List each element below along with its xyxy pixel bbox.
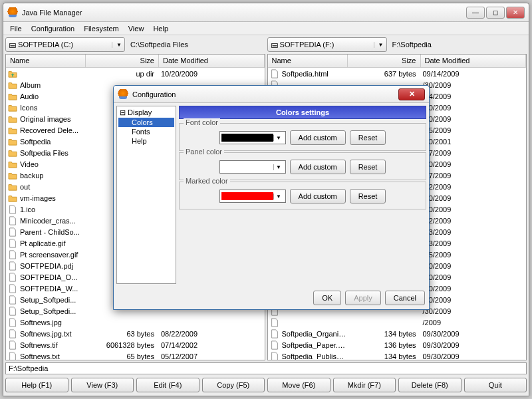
dialog-titlebar[interactable]: Configuration ✕: [114, 86, 429, 103]
ok-button[interactable]: OK: [313, 291, 341, 305]
left-columns[interactable]: Name Size Date Modified: [6, 55, 265, 68]
cell-name: Softpedia.html: [282, 70, 347, 78]
cell-name: 1.ico: [20, 205, 85, 213]
cell-name: Setup_Softpedi...: [20, 296, 85, 304]
tree-node-display[interactable]: ⊟ Display: [118, 108, 174, 118]
cell-date: /17/2009: [420, 149, 525, 157]
chevron-down-icon: ▼: [112, 42, 122, 48]
minimize-button[interactable]: —: [466, 7, 485, 19]
close-button[interactable]: ✕: [506, 7, 525, 19]
add-custom-button[interactable]: Add custom: [290, 160, 346, 174]
menu-help[interactable]: Help: [149, 23, 172, 34]
cell-name: SOFTPEDIA_W...: [20, 285, 85, 293]
cancel-button[interactable]: Cancel: [385, 291, 425, 305]
view-button[interactable]: View (F3): [71, 378, 134, 392]
folder-icon: [7, 160, 18, 169]
tree-node-colors[interactable]: Colors: [118, 118, 174, 127]
group-legend: Marked color: [184, 177, 230, 185]
titlebar[interactable]: Java File Manager — ◻ ✕: [3, 3, 529, 22]
app-icon: [118, 89, 128, 100]
add-custom-button[interactable]: Add custom: [290, 130, 346, 145]
tree-node-fonts[interactable]: Fonts: [118, 127, 174, 136]
left-drive-dropdown[interactable]: 🖴 SOFTPEDIA (C:) ▼: [5, 37, 125, 52]
file-icon: [269, 329, 280, 338]
move-button[interactable]: Move (F6): [267, 378, 331, 392]
cell-name: Minicoder_cras...: [20, 217, 85, 225]
dialog-title: Configuration: [132, 90, 398, 98]
folder-icon: [7, 194, 18, 203]
cell-name: Audio: [20, 92, 85, 100]
cell-name: Softnews.jpg: [20, 319, 85, 327]
right-drive-dropdown[interactable]: 🖴 SOFTPEDIA (F:) ▼: [267, 37, 387, 52]
hdd-icon: 🖴: [9, 41, 16, 49]
menu-configuration[interactable]: Configuration: [27, 23, 78, 34]
menu-file[interactable]: File: [6, 23, 26, 34]
menu-view[interactable]: View: [124, 23, 148, 34]
tree-node-help[interactable]: Help: [118, 136, 174, 146]
cell-name: SOFTPEDIA.pdj: [20, 262, 85, 270]
cell-size: 136 bytes: [347, 341, 420, 349]
cell-name: vm-images: [20, 194, 85, 202]
file-icon: [269, 340, 280, 350]
add-custom-button[interactable]: Add custom: [290, 189, 346, 203]
file-icon: [7, 273, 18, 282]
cell-size: 63 bytes: [85, 330, 158, 338]
col-date[interactable]: Date Modified: [421, 55, 527, 67]
col-name[interactable]: Name: [6, 55, 86, 67]
file-icon: [7, 261, 18, 271]
menu-filesystem[interactable]: Filesystem: [80, 23, 123, 34]
chevron-down-icon: ▼: [374, 42, 384, 48]
settings-tree[interactable]: ⊟ Display Colors Fonts Help: [116, 106, 176, 284]
table-row[interactable]: up dir10/20/2009: [6, 68, 265, 79]
file-icon: [7, 318, 18, 327]
file-icon: [7, 340, 18, 350]
cell-name: Video: [20, 160, 85, 168]
edit-button[interactable]: Edit (F4): [136, 378, 200, 392]
reset-button[interactable]: Reset: [350, 130, 386, 145]
table-row[interactable]: Softpedia_Publisher.x...134 bytes09/30/2…: [268, 350, 527, 360]
table-row[interactable]: Softpedia_Organizati...134 bytes09/30/20…: [268, 328, 527, 339]
color-dropdown[interactable]: ▼: [219, 160, 286, 174]
dialog-close-button[interactable]: ✕: [398, 88, 425, 100]
cell-name: out: [20, 183, 85, 191]
color-swatch: [221, 134, 273, 142]
right-path-label: F:\Softpedia: [391, 41, 432, 49]
cell-date: 09/14/2009: [420, 70, 525, 78]
table-row[interactable]: Softnews.jpg.txt63 bytes08/22/2009: [6, 328, 265, 339]
group-legend: Panel color: [184, 148, 224, 156]
color-dropdown[interactable]: ▼: [219, 131, 286, 144]
cell-name: Icons: [20, 104, 85, 112]
delete-button[interactable]: Delete (F8): [398, 378, 462, 392]
reset-button[interactable]: Reset: [350, 189, 386, 203]
color-dropdown[interactable]: ▼: [219, 190, 286, 203]
mkdir-button[interactable]: Mkdir (F7): [333, 378, 396, 392]
reset-button[interactable]: Reset: [350, 160, 386, 174]
col-name[interactable]: Name: [268, 55, 348, 67]
color-group: Font color▼Add customReset: [179, 123, 426, 151]
col-size[interactable]: Size: [86, 55, 159, 67]
right-columns[interactable]: Name Size Date Modified: [268, 55, 527, 68]
cell-name: Setup_Softpedi...: [20, 307, 85, 315]
cell-date: /30/2009: [420, 307, 525, 315]
col-size[interactable]: Size: [348, 55, 421, 67]
quit-button[interactable]: Quit: [464, 378, 527, 392]
table-row[interactable]: Softpedia.html637 bytes09/14/2009: [268, 68, 527, 79]
app-icon: [7, 7, 18, 18]
maximize-button[interactable]: ◻: [486, 7, 505, 19]
table-row[interactable]: Softnews.jpg: [6, 317, 265, 328]
configuration-dialog: Configuration ✕ ⊟ Display Colors Fonts H…: [113, 85, 430, 310]
hdd-icon: 🖴: [271, 41, 278, 49]
table-row[interactable]: /2009: [268, 317, 527, 328]
file-icon: [7, 295, 18, 305]
color-group: Panel color▼Add customReset: [179, 152, 426, 180]
table-row[interactable]: Softnews.txt65 bytes05/12/2007: [6, 350, 265, 360]
col-date[interactable]: Date Modified: [159, 55, 265, 67]
cell-date: 09/30/2009: [420, 352, 525, 360]
current-path-field[interactable]: F:\Softpedia: [5, 362, 527, 374]
table-row[interactable]: Softnews.tif6061328 bytes07/14/2002: [6, 339, 265, 350]
help-button[interactable]: Help (F1): [5, 378, 68, 392]
table-row[interactable]: Softpedia_Paper.xml136 bytes09/30/2009: [268, 339, 527, 350]
apply-button[interactable]: Apply: [345, 291, 381, 305]
copy-button[interactable]: Copy (F5): [202, 378, 265, 392]
updir-icon: [7, 69, 18, 78]
